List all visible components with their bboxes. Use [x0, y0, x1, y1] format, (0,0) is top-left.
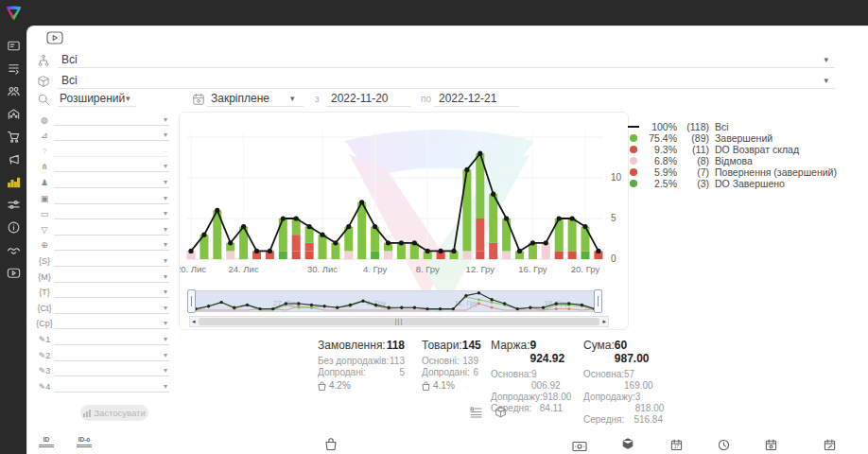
search-mode-value[interactable]: Розширений: [60, 92, 125, 105]
legend-item[interactable]: 100% (118) Всі: [627, 121, 863, 132]
sidebar-item-dashboard-panel[interactable]: [0, 34, 26, 57]
svg-text:24. Лис: 24. Лис: [229, 264, 259, 274]
minimap-right-handle[interactable]: [594, 289, 602, 313]
sidebar-item-info[interactable]: [0, 216, 26, 238]
status-filter-select[interactable]: [58, 67, 835, 68]
date-to-input[interactable]: 2022-12-21: [439, 92, 496, 105]
filter-column: ◍ ▾ ⊿ ▾ ? – ⋔ ▾ ♟ ▾ ▣ ▾ ▭ ▾ ▽ ▾ ⊕ ▾ {S} …: [35, 110, 169, 393]
search-mode-caret-icon[interactable]: ▾: [126, 94, 130, 103]
chart-card: 20. Лис24. Лис30. Лис4. Гру8. Гру12. Гру…: [179, 112, 629, 330]
calendar-date-column-icon[interactable]: 17: [670, 438, 683, 454]
stat-row-label: Без допродажів:: [318, 356, 389, 367]
status-filter-value[interactable]: Всі: [61, 53, 78, 66]
legend-item[interactable]: 6.8% (8) Відмова: [627, 155, 863, 166]
filter-row-product: ▣ ▾: [35, 188, 169, 204]
payment-icon: ▭: [35, 208, 54, 219]
filter-utm-source-select[interactable]: ▾: [54, 254, 169, 267]
filter-custom-4-select[interactable]: ▾: [54, 380, 169, 393]
sidebar-item-clients[interactable]: [0, 79, 26, 102]
scroll-left-icon[interactable]: ◂: [192, 318, 196, 325]
chart-minimap[interactable]: 27. Лис4. Гру11. Гру18. Гру: [191, 290, 599, 312]
cube-view-icon[interactable]: [495, 405, 507, 422]
order-id-column-icon[interactable]: ID: [39, 436, 54, 447]
video-lessons-icon: [7, 266, 21, 280]
sidebar-item-marketing[interactable]: [0, 148, 26, 170]
sidebar-item-sales-cart[interactable]: [0, 125, 26, 148]
product-filter-select[interactable]: [58, 88, 835, 89]
list-view-icon[interactable]: [470, 405, 482, 422]
legend-item[interactable]: 75.4% (89) Завершений: [627, 132, 863, 144]
date-from-input[interactable]: 2022-11-20: [331, 92, 389, 105]
stat-row-value: 57 169.00: [624, 369, 663, 392]
svg-text:20. Гру: 20. Гру: [571, 264, 600, 274]
utm-content-icon: {Ct}: [35, 303, 54, 314]
legend-item[interactable]: 9.3% (11) DO Возврат склад: [627, 144, 863, 155]
filter-manager-select[interactable]: ▾: [54, 176, 169, 188]
filter-custom-1-select[interactable]: ▾: [54, 333, 169, 345]
status-filter-caret-icon[interactable]: ▾: [824, 55, 828, 64]
filter-row-geo: ◍ ▾: [35, 110, 169, 126]
calendar-edited-column-icon[interactable]: [824, 438, 836, 454]
filter-utm-content-select[interactable]: ▾: [54, 302, 169, 314]
product-column-icon[interactable]: [621, 437, 634, 454]
sidebar-item-partners[interactable]: [0, 238, 26, 261]
minimap-left-handle[interactable]: [187, 289, 196, 313]
upsell-bag-icon: [318, 381, 326, 391]
date-from-label: з: [315, 94, 320, 104]
marketing-icon: [7, 152, 21, 166]
filter-row-funnel: ▽ ▾: [35, 219, 169, 236]
filter-landing-select[interactable]: ▾: [54, 129, 169, 141]
stat-row-label: Основна:: [583, 369, 624, 392]
filter-structure-select[interactable]: ▾: [54, 160, 169, 172]
sidebar-item-automation[interactable]: [0, 193, 26, 216]
dashboard-panel-icon: [7, 39, 21, 53]
legend-item[interactable]: 2.5% (3) DO Завершено: [627, 178, 863, 189]
main-content: Всі ▾ Всі ▾ Розширений ▾ Закріплене ▾ з …: [26, 26, 868, 454]
filter-row-payment: ▭ ▾: [35, 204, 169, 220]
filter-custom-2-select[interactable]: ▾: [54, 349, 169, 361]
apply-chart-icon: [83, 410, 91, 417]
filter-utm-campaign-select[interactable]: ▾: [54, 317, 169, 329]
apply-filters-button[interactable]: Застосувати: [80, 405, 148, 421]
stat-row-value: 3 818.00: [635, 392, 665, 414]
filter-utm-term-select[interactable]: ▾: [54, 286, 169, 298]
search-mode-select[interactable]: [58, 106, 136, 107]
sidebar-item-orders-list[interactable]: [0, 57, 26, 79]
sidebar-item-analytics[interactable]: [0, 170, 26, 193]
scrollbar-thumb[interactable]: |||: [199, 318, 599, 325]
svg-text:0: 0: [611, 253, 616, 264]
status-flow-icon: [37, 54, 50, 67]
period-mode-select[interactable]: [207, 106, 304, 107]
orders-list-icon: [7, 61, 21, 76]
filter-funnel-select[interactable]: ▾: [54, 223, 169, 236]
calendar-pinned-column-icon[interactable]: [765, 438, 777, 454]
filter-row-unknown: ? –: [35, 141, 169, 157]
filter-custom-3-select[interactable]: ▾: [54, 364, 169, 376]
order-id-alt-column-icon[interactable]: ID-o: [77, 436, 92, 447]
filter-product-select[interactable]: ▾: [54, 192, 169, 204]
filter-utm-medium-select[interactable]: ▾: [54, 271, 169, 283]
sidebar-item-video-lessons[interactable]: [0, 261, 26, 284]
app-logo-icon[interactable]: [5, 5, 23, 22]
legend-count: (118): [677, 121, 709, 132]
video-tutorial-icon[interactable]: [46, 31, 63, 48]
stat-row-value: 5: [399, 367, 405, 378]
filter-payment-select[interactable]: ▾: [54, 207, 169, 219]
stat-row-label: Допродані:: [422, 367, 470, 378]
sidebar-item-company[interactable]: [0, 102, 26, 125]
filter-web-select[interactable]: ▾: [54, 238, 169, 251]
filter-geo-select[interactable]: ▾: [54, 114, 169, 126]
payment-column-icon[interactable]: [572, 439, 587, 454]
period-mode-value[interactable]: Закріплене: [211, 92, 269, 105]
legend-item[interactable]: 5.9% (7) Повернення (завершений): [627, 166, 863, 178]
scroll-right-icon[interactable]: ▸: [602, 318, 606, 325]
stat-row-value: 6: [473, 367, 478, 378]
custom-1-icon: ✎1: [35, 334, 54, 345]
filter-unknown-select[interactable]: –: [54, 145, 169, 157]
period-mode-caret-icon[interactable]: ▾: [290, 94, 295, 103]
bag-column-icon[interactable]: [324, 438, 338, 454]
product-filter-caret-icon[interactable]: ▾: [824, 76, 828, 85]
chart-scrollbar[interactable]: ◂ ||| ▸: [189, 316, 609, 327]
product-filter-value[interactable]: Всі: [61, 74, 78, 87]
time-column-icon[interactable]: [718, 438, 730, 454]
